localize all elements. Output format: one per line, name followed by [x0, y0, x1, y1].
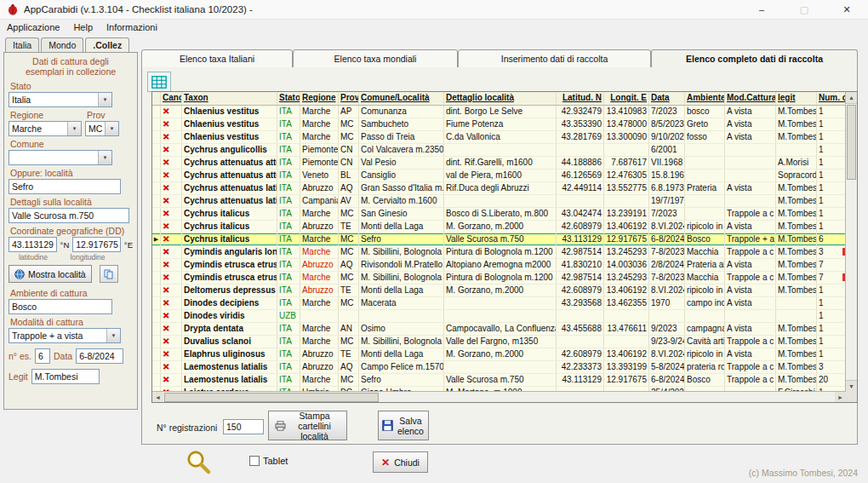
grid-cell-stato[interactable]: ITA [277, 195, 300, 207]
horizontal-scrollbar[interactable]: ◄ ► [152, 391, 846, 402]
grid-cell-regione[interactable] [300, 310, 339, 322]
grid-cell-data[interactable]: 9/2023 [649, 323, 685, 335]
grid-cell-prov[interactable]: MC [339, 131, 359, 143]
delete-record-icon[interactable]: ✕ [161, 285, 182, 296]
delete-record-icon[interactable]: ✕ [161, 221, 182, 233]
grid-cell-taxon[interactable]: Cychrus attenuatus latialis [182, 195, 277, 207]
grid-cell-comune[interactable]: Monti della Laga [359, 348, 444, 360]
grid-cell-regione[interactable]: Marche [300, 118, 339, 130]
grid-cell-lon[interactable]: 13.478000 [604, 118, 649, 130]
grid-cell-stato[interactable]: ITA [277, 361, 300, 373]
grid-cell-prov[interactable]: CN [339, 144, 359, 156]
grid-cell-stato[interactable]: ITA [277, 106, 300, 118]
grid-cell-dettaglio[interactable]: Altopiano Aremogna m2000 [444, 259, 557, 271]
grid-cell-legit[interactable]: M.Tombesi [776, 221, 817, 233]
grid-cell-comune[interactable]: Gran Sasso d'Italia m. [359, 182, 444, 194]
grid-cell-lon[interactable] [604, 144, 649, 156]
grid-tool-button[interactable] [147, 72, 171, 92]
grid-cell-num[interactable]: 1 [817, 323, 846, 335]
tab-mondo[interactable]: Mondo [41, 37, 83, 53]
delete-record-icon[interactable]: ✕ [161, 310, 182, 322]
grid-cell-num[interactable]: 1 [817, 348, 846, 360]
delete-record-icon[interactable]: ✕ [161, 106, 182, 118]
grid-cell-comune[interactable]: Comunanza [359, 106, 444, 118]
search-button[interactable] [181, 448, 215, 475]
grid-row[interactable]: ✕Cymindis etrusca etruscaITAAbruzzoAQRiv… [152, 259, 846, 272]
grid-cell-ambiente[interactable]: Bosco [685, 233, 725, 245]
grid-cell-mod[interactable]: A vista [725, 348, 776, 360]
grid-cell-legit[interactable]: M.Tombesi [776, 246, 817, 258]
grid-cell-prov[interactable]: TE [339, 348, 359, 360]
grid-cell-stato[interactable]: ITA [277, 285, 300, 296]
grid-cell-prov[interactable]: AN [339, 323, 359, 335]
grid-cell-legit[interactable]: M.Tombesi [776, 361, 817, 373]
ambiente-input[interactable]: Bosco [9, 299, 112, 314]
grid-cell-regione[interactable]: Abruzzo [300, 221, 339, 233]
grid-cell-legit[interactable]: M.Tombesi [776, 285, 817, 296]
grid-cell-lat[interactable]: 42.987514 [557, 246, 604, 258]
grid-cell-mod[interactable]: A vista [725, 106, 776, 118]
grid-cell-lon[interactable] [604, 195, 649, 207]
grid-cell-dettaglio[interactable]: M. Gorzano, m.2000 [444, 221, 557, 233]
grid-cell-data[interactable]: 6/2001 [649, 144, 685, 156]
grid-cell-data[interactable]: 9/23-9/24 [649, 336, 685, 348]
grid-cell-regione[interactable]: Marche [300, 208, 339, 220]
grid-cell-num[interactable]: 1 [817, 310, 846, 322]
grid-cell-regione[interactable]: Marche [300, 106, 339, 118]
grid-cell-data[interactable]: 6-8/2024 [649, 374, 685, 386]
grid-cell-num[interactable]: 1 [817, 118, 846, 130]
grid-cell-comune[interactable]: Sefro [359, 374, 444, 386]
grid-cell-stato[interactable]: ITA [277, 348, 300, 360]
grid-cell-prov[interactable]: AQ [339, 182, 359, 194]
grid-cell-mod[interactable]: A vista [725, 182, 776, 194]
grid-cell-num[interactable]: 1 [817, 182, 846, 194]
grid-row[interactable]: ✕Cychrus angulicollisITAPiemonteCNCol Va… [152, 144, 846, 157]
comune-combobox[interactable]: ▼ [9, 150, 112, 165]
grid-cell-lat[interactable]: 43.042474 [557, 208, 604, 220]
chevron-down-icon[interactable]: ▼ [105, 122, 118, 135]
chiudi-button[interactable]: ✕ Chiudi [373, 451, 428, 473]
grid-cell-regione[interactable]: Abruzzo [300, 182, 339, 194]
grid-row[interactable]: ✕Chlaenius vestitusITAMarcheMCSambucheto… [152, 118, 846, 131]
grid-row[interactable]: ▶✕Cychrus italicusITAMarcheMCSefroValle … [152, 233, 846, 246]
delete-record-icon[interactable]: ✕ [161, 348, 182, 360]
grid-row[interactable]: ✕Cychrus italicusITAMarcheMCSan GinesioB… [152, 208, 846, 221]
grid-cell-mod[interactable] [725, 195, 776, 207]
tab-collez[interactable]: .Collez [85, 37, 129, 53]
grid-cell-taxon[interactable]: Cychrus italicus [182, 221, 277, 233]
grid-cell-prov[interactable]: MC [339, 336, 359, 348]
delete-record-icon[interactable]: ✕ [161, 246, 182, 258]
grid-cell-taxon[interactable]: Cychrus angulicollis [182, 144, 277, 156]
grid-cell-regione[interactable]: Marche [300, 131, 339, 143]
grid-cell-regione[interactable]: Marche [300, 374, 339, 386]
grid-cell-prov[interactable]: TE [339, 285, 359, 296]
grid-cell-mod[interactable]: Trappole a c [725, 246, 776, 258]
grid-cell-ambiente[interactable]: Macchia [685, 246, 725, 258]
delete-record-icon[interactable]: ✕ [161, 118, 182, 130]
grid-cell-mod[interactable]: A vista [725, 221, 776, 233]
grid-cell-dettaglio[interactable]: Valle del Fargno, m1350 [444, 336, 557, 348]
stampa-cartellini-button[interactable]: Stampa cartellini località [268, 411, 347, 440]
grid-row[interactable]: ✕Cychrus attenuatus latialisITAAbruzzoAQ… [152, 182, 846, 195]
grid-cell-lat[interactable] [557, 144, 604, 156]
column-header-lon[interactable]: Longit. E [604, 92, 649, 105]
grid-cell-ambiente[interactable]: campagna [685, 323, 725, 335]
grid-cell-num[interactable]: 7 [817, 272, 846, 284]
delete-record-icon[interactable]: ✕ [161, 157, 182, 169]
modalita-combobox[interactable]: Trappole + a vista ▼ [9, 328, 121, 343]
grid-cell-legit[interactable]: M.Tombesi [776, 195, 817, 207]
grid-cell-legit[interactable] [776, 144, 817, 156]
grid-cell-ambiente[interactable]: bosco [685, 106, 725, 118]
grid-cell-lon[interactable] [604, 336, 649, 348]
grid-cell-comune[interactable]: M. Sibillini, Bolognola [359, 272, 444, 284]
grid-cell-lat[interactable] [557, 195, 604, 207]
delete-record-icon[interactable]: ✕ [161, 323, 182, 335]
grid-cell-legit[interactable]: M.Tombesi [776, 323, 817, 335]
grid-cell-data[interactable]: 8.VI.2024 [649, 348, 685, 360]
grid-cell-data[interactable]: 8.VI.2024 [649, 285, 685, 296]
grid-cell-comune[interactable]: Cansiglio [359, 170, 444, 181]
grid-cell-dettaglio[interactable]: Valle Scurosa m.750 [444, 374, 557, 386]
grid-cell-regione[interactable]: Marche [300, 272, 339, 284]
grid-cell-stato[interactable]: ITA [277, 323, 300, 335]
grid-cell-taxon[interactable]: Laemostenus latialis [182, 361, 277, 373]
